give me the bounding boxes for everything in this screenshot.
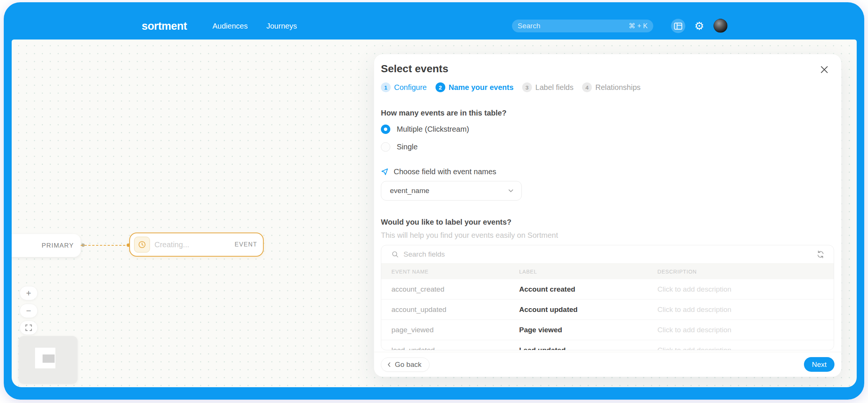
- event-node[interactable]: Creating... EVENT: [129, 233, 264, 257]
- label-cell[interactable]: Account created: [519, 285, 657, 294]
- column-label: LABEL: [519, 269, 657, 275]
- logo[interactable]: sortment: [142, 20, 187, 32]
- fields-search-input[interactable]: [403, 250, 812, 259]
- step-number: 3: [522, 82, 532, 92]
- minimap-node: [43, 354, 55, 363]
- search-icon: [391, 251, 399, 258]
- field-picker-label-text: Choose field with event names: [394, 167, 496, 176]
- step-label: Relationships: [595, 83, 640, 92]
- radio-multiple-clickstream[interactable]: Multiple (Clickstream): [381, 124, 834, 134]
- step-label: Name your events: [449, 83, 513, 92]
- step-number: 4: [582, 82, 592, 92]
- clock-icon: [134, 237, 150, 252]
- step-number: 2: [436, 82, 445, 92]
- plus-icon: +: [26, 289, 31, 298]
- avatar[interactable]: [714, 19, 727, 33]
- cursor-icon: [381, 168, 389, 176]
- table-icon: [674, 23, 682, 30]
- radio-unselected-icon[interactable]: [381, 142, 390, 152]
- events-table: EVENT NAME LABEL DESCRIPTION account_cre…: [381, 245, 834, 350]
- chevron-left-icon: [387, 362, 392, 367]
- step-label: Configure: [394, 83, 427, 92]
- fields-search-row: [381, 245, 834, 264]
- zoom-in-button[interactable]: +: [20, 286, 38, 300]
- table-row: lead_updated Lead updated Click to add d…: [381, 340, 834, 350]
- stepper: 1 Configure 2 Name your events 3 Label f…: [381, 82, 834, 92]
- go-back-label: Go back: [395, 360, 422, 369]
- go-back-button[interactable]: Go back: [381, 357, 429, 372]
- description-cell[interactable]: Click to add description: [657, 346, 834, 350]
- modal-footer: Go back Next: [374, 352, 841, 377]
- top-nav: sortment Audiences Journeys ⌘ + K ⚙: [4, 2, 864, 40]
- labeling-question: Would you like to label your events?: [381, 217, 834, 227]
- step-label: Label fields: [535, 83, 573, 92]
- global-search-input[interactable]: [518, 22, 628, 30]
- radio-selected-icon[interactable]: [381, 125, 390, 134]
- table-row: account_updated Account updated Click to…: [381, 300, 834, 320]
- event-name-cell: account_created: [381, 285, 519, 294]
- radio-label: Single: [397, 143, 418, 151]
- minimap[interactable]: [18, 336, 78, 384]
- column-event-name: EVENT NAME: [381, 269, 519, 275]
- next-button[interactable]: Next: [804, 357, 834, 372]
- table-header: EVENT NAME LABEL DESCRIPTION: [381, 264, 834, 279]
- field-picker-label: Choose field with event names: [381, 167, 834, 176]
- step-configure[interactable]: 1 Configure: [381, 82, 427, 92]
- column-description: DESCRIPTION: [657, 269, 834, 275]
- label-cell[interactable]: Lead updated: [519, 346, 657, 350]
- nav-item-journeys[interactable]: Journeys: [266, 22, 297, 30]
- settings-button[interactable]: ⚙: [692, 19, 706, 33]
- step-relationships[interactable]: 4 Relationships: [582, 82, 640, 92]
- labeling-hint: This will help you find your events easi…: [381, 231, 834, 240]
- label-cell[interactable]: Account updated: [519, 306, 657, 314]
- fullscreen-icon: [25, 324, 32, 331]
- description-cell[interactable]: Click to add description: [657, 326, 834, 334]
- chevron-down-icon: [507, 187, 515, 195]
- selected-field-value: event_name: [390, 187, 507, 195]
- step-label-fields[interactable]: 3 Label fields: [522, 82, 573, 92]
- event-node-name-input[interactable]: Creating...: [154, 240, 235, 249]
- close-button[interactable]: [819, 64, 830, 75]
- event-node-badge: EVENT: [235, 241, 257, 248]
- minimap-viewport: [35, 348, 55, 368]
- table-view-button[interactable]: [671, 19, 685, 33]
- fit-view-button[interactable]: [20, 321, 38, 335]
- modal-title: Select events: [381, 63, 834, 75]
- global-search[interactable]: ⌘ + K: [512, 20, 653, 32]
- minus-icon: −: [26, 307, 31, 315]
- description-cell[interactable]: Click to add description: [657, 306, 834, 314]
- close-icon: [820, 65, 829, 74]
- gear-icon: ⚙: [694, 21, 704, 32]
- refresh-icon: [816, 250, 825, 259]
- edge-connector: [81, 245, 129, 246]
- label-cell[interactable]: Page viewed: [519, 326, 657, 334]
- primary-node-label: PRIMARY: [41, 242, 74, 249]
- events-count-question: How many events are in this table?: [381, 108, 834, 117]
- event-name-cell: account_updated: [381, 306, 519, 314]
- radio-single[interactable]: Single: [381, 142, 834, 152]
- table-row: page_viewed Page viewed Click to add des…: [381, 320, 834, 340]
- zoom-out-button[interactable]: −: [20, 304, 38, 318]
- step-number: 1: [381, 82, 391, 92]
- refresh-button[interactable]: [816, 250, 825, 259]
- search-shortcut: ⌘ + K: [628, 22, 648, 30]
- description-cell[interactable]: Click to add description: [657, 285, 834, 294]
- flow-canvas[interactable]: PRIMARY Creating... EVENT + −: [12, 40, 857, 387]
- radio-label: Multiple (Clickstream): [397, 125, 469, 134]
- select-events-modal: Select events 1 Configure 2 Name your ev…: [374, 54, 842, 377]
- app-window: sortment Audiences Journeys ⌘ + K ⚙ PRIM…: [4, 2, 864, 400]
- event-name-cell: lead_updated: [381, 346, 519, 350]
- primary-node[interactable]: PRIMARY: [12, 234, 81, 257]
- step-name-your-events[interactable]: 2 Name your events: [436, 82, 513, 92]
- event-name-cell: page_viewed: [381, 326, 519, 334]
- table-row: account_created Account created Click to…: [381, 279, 834, 300]
- nav-item-audiences[interactable]: Audiences: [212, 22, 248, 30]
- event-name-field-select[interactable]: event_name: [381, 181, 522, 201]
